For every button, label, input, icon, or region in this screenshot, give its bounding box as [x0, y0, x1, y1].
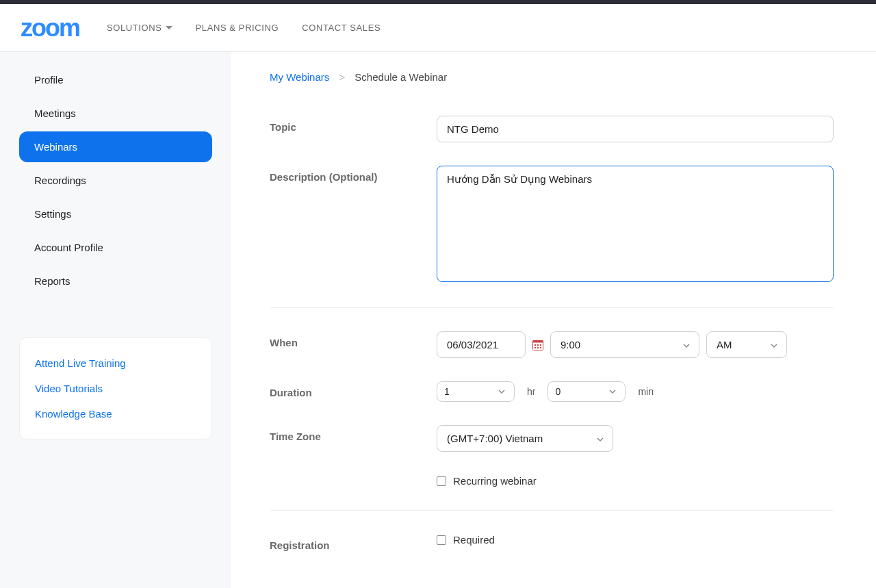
recurring-label: Recurring webinar — [453, 475, 537, 487]
svg-rect-7 — [540, 347, 541, 348]
link-knowledge-base[interactable]: Knowledge Base — [35, 401, 196, 426]
chevron-down-icon — [682, 340, 692, 350]
breadcrumb: My Webinars > Schedule a Webinar — [270, 71, 834, 83]
nav-solutions[interactable]: SOLUTIONS — [107, 23, 172, 33]
sidebar-item-recordings[interactable]: Recordings — [19, 165, 212, 196]
topic-input[interactable] — [437, 116, 834, 142]
required-label: Required — [453, 534, 495, 546]
breadcrumb-current: Schedule a Webinar — [355, 71, 447, 83]
breadcrumb-parent[interactable]: My Webinars — [270, 71, 329, 83]
duration-hours-select[interactable]: 1 — [437, 381, 515, 402]
time-value: 9:00 — [561, 339, 580, 350]
chevron-down-icon — [608, 387, 618, 396]
chevron-down-icon — [770, 340, 780, 350]
hr-unit: hr — [527, 386, 535, 397]
svg-rect-5 — [534, 347, 536, 348]
link-attend-live-training[interactable]: Attend Live Training — [35, 350, 196, 376]
breadcrumb-sep: > — [339, 71, 345, 83]
label-topic: Topic — [270, 116, 437, 133]
sidebar-item-reports[interactable]: Reports — [19, 266, 212, 296]
sidebar: Profile Meetings Webinars Recordings Set… — [0, 52, 231, 588]
label-duration: Duration — [270, 381, 437, 398]
help-box: Attend Live Training Video Tutorials Kno… — [19, 337, 212, 439]
duration-minutes-value: 0 — [555, 386, 561, 397]
chevron-down-icon — [498, 387, 507, 396]
sidebar-item-profile[interactable]: Profile — [19, 64, 212, 95]
empty-label — [270, 475, 437, 481]
link-video-tutorials[interactable]: Video Tutorials — [35, 376, 196, 401]
zoom-logo[interactable]: zoom — [21, 14, 79, 42]
chevron-down-icon — [596, 434, 606, 444]
svg-rect-6 — [537, 347, 539, 348]
description-input[interactable]: Hướng Dẫn Sử Dụng Webinars — [437, 166, 834, 282]
label-description: Description (Optional) — [270, 166, 437, 183]
calendar-icon[interactable] — [532, 340, 543, 350]
ampm-value: AM — [717, 339, 732, 350]
ampm-select[interactable]: AM — [706, 331, 787, 358]
date-input[interactable] — [437, 331, 526, 358]
duration-minutes-select[interactable]: 0 — [548, 381, 626, 402]
divider — [270, 510, 834, 511]
divider — [270, 307, 834, 308]
svg-rect-4 — [540, 344, 541, 346]
svg-rect-3 — [537, 344, 539, 346]
time-select[interactable]: 9:00 — [550, 331, 699, 358]
label-timezone: Time Zone — [270, 425, 437, 442]
nav-solutions-label: SOLUTIONS — [107, 23, 162, 33]
min-unit: min — [638, 386, 654, 397]
duration-hours-value: 1 — [444, 386, 450, 397]
timezone-select[interactable]: (GMT+7:00) Vietnam — [437, 425, 613, 452]
registration-required-checkbox[interactable] — [437, 535, 446, 545]
svg-rect-2 — [534, 344, 536, 346]
label-registration: Registration — [270, 534, 437, 551]
sidebar-item-account-profile[interactable]: Account Profile — [19, 232, 212, 263]
header: zoom SOLUTIONS PLANS & PRICING CONTACT S… — [0, 4, 876, 52]
timezone-value: (GMT+7:00) Vietnam — [447, 433, 543, 444]
recurring-checkbox[interactable] — [437, 476, 446, 486]
nav-plans-pricing[interactable]: PLANS & PRICING — [196, 23, 279, 33]
sidebar-item-settings[interactable]: Settings — [19, 199, 212, 229]
nav-contact-sales[interactable]: CONTACT SALES — [302, 23, 381, 33]
sidebar-item-meetings[interactable]: Meetings — [19, 98, 212, 129]
label-when: When — [270, 331, 437, 348]
svg-rect-1 — [533, 340, 543, 342]
sidebar-item-webinars[interactable]: Webinars — [19, 131, 212, 162]
caret-down-icon — [166, 26, 172, 30]
main-content: My Webinars > Schedule a Webinar Topic D… — [231, 52, 861, 588]
